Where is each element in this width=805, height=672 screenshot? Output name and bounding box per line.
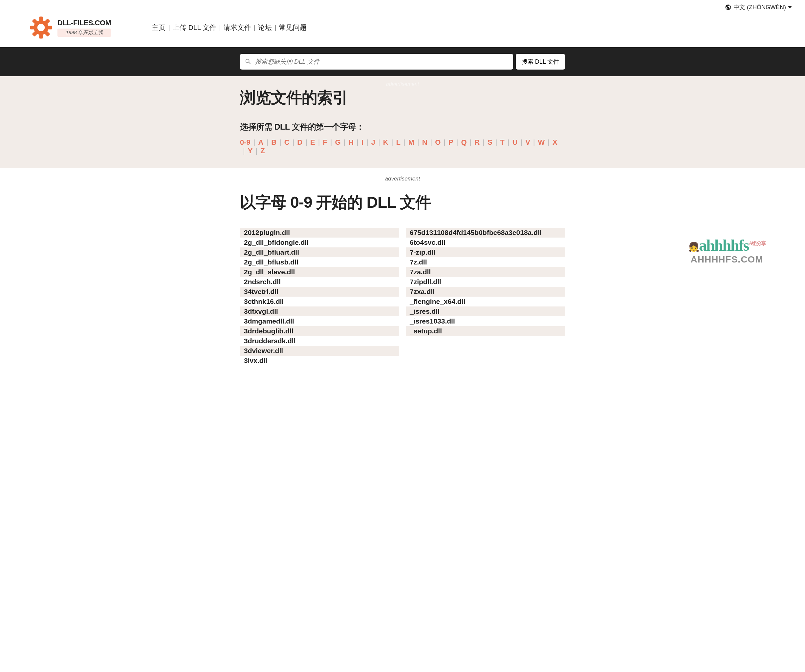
alpha-link-b[interactable]: B bbox=[271, 138, 276, 147]
alpha-link-o[interactable]: O bbox=[435, 138, 440, 147]
alpha-link-s[interactable]: S bbox=[488, 138, 493, 147]
alpha-link-k[interactable]: K bbox=[383, 138, 388, 147]
alpha-link-z[interactable]: Z bbox=[260, 147, 264, 155]
main-nav: 主页 | 上传 DLL 文件 | 请求文件 | 论坛 | 常见问题 bbox=[150, 23, 307, 32]
ad-label: advertisement bbox=[0, 76, 805, 87]
alpha-link-c[interactable]: C bbox=[284, 138, 289, 147]
alpha-link-h[interactable]: H bbox=[348, 138, 353, 147]
file-link[interactable]: 2g_dll_bflusb.dll bbox=[240, 257, 399, 267]
file-link[interactable]: 2g_dll_bfluart.dll bbox=[240, 247, 399, 257]
alpha-link-m[interactable]: M bbox=[408, 138, 414, 147]
alpha-link-p[interactable]: P bbox=[449, 138, 453, 147]
nav-request[interactable]: 请求文件 bbox=[222, 23, 253, 32]
file-link[interactable]: 7zxa.dll bbox=[406, 287, 565, 297]
alpha-link-u[interactable]: U bbox=[513, 138, 518, 147]
svg-rect-2 bbox=[39, 34, 43, 39]
gear-icon bbox=[30, 16, 53, 39]
svg-rect-1 bbox=[39, 16, 43, 21]
nav-forum[interactable]: 论坛 bbox=[257, 23, 273, 32]
file-link[interactable]: _isres1033.dll bbox=[406, 316, 565, 326]
file-link[interactable]: 2g_dll_slave.dll bbox=[240, 267, 399, 277]
alpha-link-w[interactable]: W bbox=[538, 138, 545, 147]
nav-faq[interactable]: 常见问题 bbox=[278, 23, 308, 32]
file-link[interactable]: 7-zip.dll bbox=[406, 247, 565, 257]
alpha-link-x[interactable]: X bbox=[552, 138, 557, 147]
svg-point-9 bbox=[38, 24, 44, 31]
language-selector[interactable]: 中文 (ZHŌNGWÉN) bbox=[725, 3, 792, 11]
alpha-link-l[interactable]: L bbox=[396, 138, 400, 147]
alpha-link-v[interactable]: V bbox=[525, 138, 530, 147]
listing-title: 以字母 0-9 开始的 DLL 文件 bbox=[240, 192, 565, 213]
alpha-link-j[interactable]: J bbox=[371, 138, 375, 147]
file-link[interactable]: 3drdebuglib.dll bbox=[240, 326, 399, 336]
file-link[interactable]: 7z.dll bbox=[406, 257, 565, 267]
logo[interactable]: DLL-FILES.COM 1998 年开始上线 bbox=[30, 16, 111, 39]
alpha-link-d[interactable]: D bbox=[297, 138, 302, 147]
file-column-1: 2012plugin.dll2g_dll_bfldongle.dll2g_dll… bbox=[240, 228, 399, 366]
tagline: 1998 年开始上线 bbox=[58, 29, 111, 37]
file-column-2: 675d131108d4fd145b0bfbc68a3e018a.dll6to4… bbox=[406, 228, 565, 366]
file-link[interactable]: 7zipdll.dll bbox=[406, 277, 565, 287]
alpha-link-a[interactable]: A bbox=[258, 138, 264, 147]
alpha-link-0-9[interactable]: 0-9 bbox=[240, 138, 250, 147]
file-link[interactable]: 7za.dll bbox=[406, 267, 565, 277]
file-link[interactable]: 3druddersdk.dll bbox=[240, 336, 399, 346]
file-link[interactable]: 2g_dll_bfldongle.dll bbox=[240, 238, 399, 247]
file-link[interactable]: 675d131108d4fd145b0bfbc68a3e018a.dll bbox=[406, 228, 565, 238]
ad-label-mid: advertisement bbox=[240, 168, 565, 192]
search-icon bbox=[245, 58, 252, 65]
file-link[interactable]: _isres.dll bbox=[406, 306, 565, 316]
file-link[interactable]: 2ndsrch.dll bbox=[240, 277, 399, 287]
file-link[interactable]: _flengine_x64.dll bbox=[406, 297, 565, 306]
nav-upload[interactable]: 上传 DLL 文件 bbox=[171, 23, 218, 32]
file-link[interactable]: 34tvctrl.dll bbox=[240, 287, 399, 297]
alpha-nav: 0-9|A|B|C|D|E|F|G|H|I|J|K|L|M|N|O|P|Q|R|… bbox=[240, 138, 565, 155]
search-box bbox=[240, 54, 513, 70]
search-button[interactable]: 搜索 DLL 文件 bbox=[516, 54, 565, 70]
svg-rect-3 bbox=[30, 26, 34, 29]
alpha-link-q[interactable]: Q bbox=[461, 138, 467, 147]
alpha-link-y[interactable]: Y bbox=[248, 147, 253, 155]
globe-icon bbox=[725, 4, 731, 10]
file-link[interactable]: 3ivx.dll bbox=[240, 356, 399, 366]
caret-down-icon bbox=[788, 5, 792, 9]
alpha-link-g[interactable]: G bbox=[335, 138, 341, 147]
file-link[interactable]: 6to4svc.dll bbox=[406, 238, 565, 247]
file-link[interactable]: 2012plugin.dll bbox=[240, 228, 399, 238]
alpha-link-f[interactable]: F bbox=[323, 138, 327, 147]
file-link[interactable]: 3dfxvgl.dll bbox=[240, 306, 399, 316]
alpha-subtitle: 选择所需 DLL 文件的第一个字母： bbox=[240, 121, 565, 132]
file-link[interactable]: 3cthnk16.dll bbox=[240, 297, 399, 306]
page-title: 浏览文件的索引 bbox=[240, 87, 565, 108]
nav-home[interactable]: 主页 bbox=[150, 23, 167, 32]
ad-banner-top: advertisement 浏览文件的索引 选择所需 DLL 文件的第一个字母：… bbox=[0, 76, 805, 168]
alpha-link-r[interactable]: R bbox=[475, 138, 480, 147]
alpha-link-n[interactable]: N bbox=[422, 138, 427, 147]
search-input[interactable] bbox=[252, 58, 509, 65]
alpha-link-t[interactable]: T bbox=[500, 138, 504, 147]
language-label: 中文 (ZHŌNGWÉN) bbox=[733, 3, 786, 11]
file-link[interactable]: _setup.dll bbox=[406, 326, 565, 336]
watermark: 👧ahhhhfsA组分享 AHHHHFS.COM bbox=[688, 236, 766, 265]
site-name: DLL-FILES.COM bbox=[58, 19, 111, 27]
file-link[interactable]: 3dmgamedll.dll bbox=[240, 316, 399, 326]
alpha-link-e[interactable]: E bbox=[310, 138, 315, 147]
svg-rect-4 bbox=[48, 26, 52, 29]
file-link[interactable]: 3dviewer.dll bbox=[240, 346, 399, 356]
